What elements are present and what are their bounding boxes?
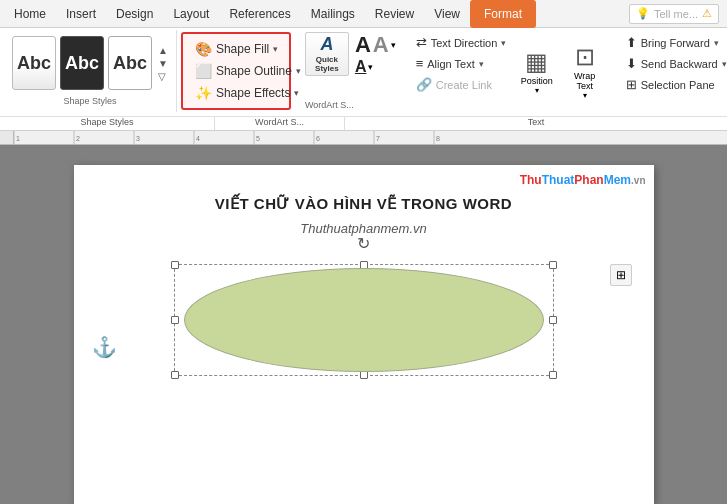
wordart-underline-chevron: ▾	[368, 62, 373, 72]
tab-view[interactable]: View	[424, 0, 470, 28]
align-text-label: Align Text	[427, 58, 475, 70]
handle-middle-right[interactable]	[549, 316, 557, 324]
wordart-bottom-label: WordArt S...	[215, 117, 345, 130]
rotate-handle[interactable]: ↻	[357, 234, 370, 253]
shape-effects-button[interactable]: ✨ Shape Effects ▾	[189, 82, 283, 104]
shape-fill-icon: 🎨	[195, 41, 212, 57]
handle-top-left[interactable]	[171, 261, 179, 269]
wordart-underline-a-button[interactable]: A ▾	[355, 59, 396, 75]
wordart-large-a-button[interactable]: A A ▾	[355, 34, 396, 56]
wordart-underline-a-icon: A	[355, 59, 367, 75]
align-text-button[interactable]: ≡ Align Text ▾	[412, 53, 500, 74]
wordart-a-buttons: A A ▾ A ▾	[355, 34, 396, 75]
text-direction-icon: ⇄	[416, 35, 427, 50]
text-direction-chevron: ▾	[501, 38, 506, 48]
wordart-group-label: WordArt S...	[305, 100, 354, 110]
watermark-phan: Phan	[574, 173, 603, 187]
quick-styles-button[interactable]: A QuickStyles	[305, 32, 349, 76]
shape-effects-label: Shape Effects	[216, 86, 291, 100]
quick-styles-container: A QuickStyles	[305, 32, 349, 76]
ruler-horizontal: 1 2 3 4 5 6 7 8	[14, 131, 727, 145]
svg-text:2: 2	[76, 135, 80, 142]
search-placeholder: Tell me...	[654, 8, 698, 20]
svg-text:5: 5	[256, 135, 260, 142]
shape-effects-icon: ✨	[195, 85, 212, 101]
tab-design[interactable]: Design	[106, 0, 163, 28]
search-icon: 💡	[636, 7, 650, 20]
ruler-svg: 1 2 3 4 5 6 7 8	[14, 131, 727, 145]
search-box[interactable]: 💡 Tell me... ⚠	[629, 4, 719, 24]
shape-selection[interactable]: ↻	[174, 256, 554, 376]
shape-styles-label: Shape Styles	[63, 96, 116, 106]
quick-styles-a-icon: A	[310, 35, 344, 55]
shape-fill-button[interactable]: 🎨 Shape Fill ▾	[189, 38, 283, 60]
tab-layout[interactable]: Layout	[163, 0, 219, 28]
shape-fill-label: Shape Fill	[216, 42, 269, 56]
selection-pane-label: Selection Pane	[641, 79, 715, 91]
tab-insert[interactable]: Insert	[56, 0, 106, 28]
send-backward-button[interactable]: ⬇ Send Backward ▾	[622, 53, 727, 74]
layout-options-icon[interactable]: ⊞	[610, 264, 632, 286]
wrap-text-button[interactable]: ⊡ Wrap Text ▾	[562, 39, 608, 104]
watermark-thuat: Thuat	[542, 173, 575, 187]
shape-outline-button[interactable]: ⬜ Shape Outline ▾	[189, 60, 283, 82]
ribbon-content: Abc Abc Abc ▲ ▼ ▽ Shape Styles 🎨 Shape F…	[0, 28, 727, 116]
expand-icon[interactable]: ▽	[158, 71, 168, 82]
shape-styles-bottom-label: Shape Styles	[0, 117, 215, 130]
watermark-thu: Thu	[520, 173, 542, 187]
text-direction-label: Text Direction	[431, 37, 498, 49]
wrap-text-label: Wrap Text	[566, 71, 604, 91]
scroll-down-icon[interactable]: ▼	[158, 58, 168, 69]
handle-middle-left[interactable]	[171, 316, 179, 324]
ribbon-labels-bar: Shape Styles WordArt S... Text	[0, 116, 727, 130]
shape-commands-group: 🎨 Shape Fill ▾ ⬜ Shape Outline ▾ ✨ Shape…	[181, 32, 291, 110]
create-link-button[interactable]: 🔗 Create Link	[412, 74, 500, 95]
shape-container: ↻ ⊞	[124, 256, 604, 376]
position-chevron: ▾	[535, 86, 539, 95]
document-area: VIẾT CHỮ VÀO HÌNH VẼ TRONG WORD Thuthuat…	[0, 145, 727, 504]
abc-buttons-row: Abc Abc Abc ▲ ▼ ▽	[12, 36, 168, 90]
align-text-icon: ≡	[416, 56, 424, 71]
svg-text:3: 3	[136, 135, 140, 142]
position-button[interactable]: ▦ Position ▾	[514, 44, 560, 99]
ellipse-shape[interactable]	[184, 268, 544, 372]
wordart-group: A QuickStyles A A ▾ A ▾	[299, 30, 402, 112]
handle-top-right[interactable]	[549, 261, 557, 269]
watermark: ThuThuatPhanMem.vn	[520, 173, 646, 187]
abc-style-2[interactable]: Abc	[60, 36, 104, 90]
selection-pane-button[interactable]: ⊞ Selection Pane	[622, 74, 727, 95]
bring-forward-button[interactable]: ⬆ Bring Forward ▾	[622, 32, 727, 53]
send-backward-label: Send Backward	[641, 58, 718, 70]
abc-style-3[interactable]: Abc	[108, 36, 152, 90]
tab-format[interactable]: Format	[470, 0, 536, 28]
bring-forward-icon: ⬆	[626, 35, 637, 50]
anchor-icon: ⚓	[92, 335, 117, 359]
tab-mailings[interactable]: Mailings	[301, 0, 365, 28]
handle-bottom-middle[interactable]	[360, 371, 368, 379]
wordart-large-chevron: ▾	[391, 40, 396, 50]
quick-styles-label: QuickStyles	[310, 55, 344, 73]
wordart-inner: A QuickStyles A A ▾ A ▾	[305, 32, 396, 76]
shape-styles-group: Abc Abc Abc ▲ ▼ ▽ Shape Styles	[4, 30, 177, 112]
text-direction-button[interactable]: ⇄ Text Direction ▾	[412, 32, 500, 53]
ruler-row: 1 2 3 4 5 6 7 8	[0, 131, 727, 145]
bring-forward-label: Bring Forward	[641, 37, 710, 49]
handle-bottom-right[interactable]	[549, 371, 557, 379]
scroll-up-icon[interactable]: ▲	[158, 45, 168, 56]
wordart-small-a-icon: A	[373, 34, 389, 56]
shape-fill-chevron: ▾	[273, 44, 278, 54]
tab-home[interactable]: Home	[4, 0, 56, 28]
ribbon: Home Insert Design Layout References Mai…	[0, 0, 727, 131]
tab-references[interactable]: References	[219, 0, 300, 28]
send-backward-icon: ⬇	[626, 56, 637, 71]
shape-outline-icon: ⬜	[195, 63, 212, 79]
search-warning-icon: ⚠	[702, 7, 712, 20]
handle-bottom-left[interactable]	[171, 371, 179, 379]
tab-review[interactable]: Review	[365, 0, 424, 28]
position-icon: ▦	[525, 48, 548, 76]
document-page: VIẾT CHỮ VÀO HÌNH VẼ TRONG WORD Thuthuat…	[74, 165, 654, 504]
watermark-mem: Mem	[604, 173, 631, 187]
abc-style-1[interactable]: Abc	[12, 36, 56, 90]
shape-outline-label: Shape Outline	[216, 64, 292, 78]
wrap-text-chevron: ▾	[583, 91, 587, 100]
